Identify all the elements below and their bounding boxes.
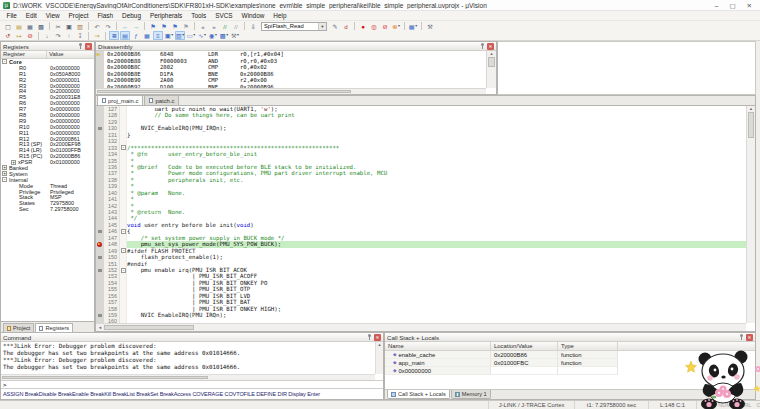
column-header-location-value[interactable]: Location/Value [491, 342, 558, 350]
run-to-cursor-button[interactable]: ↧ [75, 31, 85, 40]
memory-window-button[interactable]: ▥▾ [175, 31, 185, 40]
tree-expand-icon[interactable]: + [2, 171, 7, 176]
menu-view[interactable]: View [41, 11, 64, 20]
callstack-row[interactable]: ◆app_main0x01000FBCfunction [385, 359, 755, 367]
tree-expand-icon[interactable]: - [2, 59, 7, 64]
undo-button[interactable]: ↶ [92, 22, 102, 31]
fold-icon[interactable]: - [121, 268, 126, 273]
save-button[interactable]: ▦ [25, 22, 35, 31]
window-minimize-button[interactable]: – [715, 1, 719, 10]
new-file-button[interactable]: ▢ [3, 22, 13, 31]
pin-icon[interactable] [78, 43, 83, 50]
scrollbar-thumb[interactable] [97, 90, 351, 93]
disable-breakpoint-button[interactable]: ◎ [369, 22, 379, 31]
copy-button[interactable]: ▣ [64, 22, 74, 31]
navigate-forward-button[interactable]: → [131, 22, 141, 31]
editor-vertical-scrollbar[interactable]: ▲ [746, 106, 755, 323]
callstack-row[interactable]: ◆0x00000000 [385, 367, 755, 375]
registers-window-button[interactable]: ▦ [142, 31, 152, 40]
cut-button[interactable]: ✂ [53, 22, 63, 31]
scroll-left-icon[interactable]: ◄ [96, 325, 104, 330]
kill-breakpoint-button[interactable]: ⊘ [380, 22, 390, 31]
tab-registers[interactable]: Registers [35, 323, 73, 332]
fold-icon[interactable]: - [121, 248, 126, 253]
column-header-value[interactable]: Value [47, 51, 94, 58]
column-header-name[interactable]: Name [385, 342, 491, 350]
pin-icon[interactable] [739, 334, 744, 341]
navigate-back-button[interactable]: ← [120, 22, 130, 31]
menu-help[interactable]: Help [269, 11, 291, 20]
step-over-button[interactable]: ↷ [53, 31, 63, 40]
menu-tools[interactable]: Tools [187, 11, 211, 20]
pin-icon[interactable] [480, 43, 485, 50]
serial-window-button[interactable]: ▭▾ [186, 31, 196, 40]
menu-file[interactable]: File [2, 11, 21, 20]
callstack-window-button[interactable]: ≡ [153, 31, 163, 40]
trace-window-button[interactable]: ◉▾ [208, 31, 218, 40]
command-output[interactable]: ***JLink Error: Debugger problem discove… [1, 342, 375, 374]
paste-button[interactable]: ▥ [75, 22, 85, 31]
outdent-button[interactable]: « [198, 22, 208, 31]
pin-icon[interactable] [367, 334, 372, 341]
menu-peripherals[interactable]: Peripherals [145, 11, 186, 20]
reset-cpu-button[interactable]: ↺ [3, 31, 13, 40]
start-stop-debug-button[interactable]: d [341, 22, 351, 31]
scrollbar-thumb[interactable] [2, 376, 208, 379]
scrollbar-thumb[interactable] [488, 57, 495, 67]
disassembly-window-button[interactable]: ▤ [120, 31, 130, 40]
fold-icon[interactable]: - [121, 145, 126, 150]
tools-button[interactable]: ⚒ [425, 22, 435, 31]
close-icon[interactable]: ✕ [85, 43, 92, 50]
close-icon[interactable]: ✕ [746, 334, 753, 341]
target-options-button[interactable]: ✎ [330, 22, 340, 31]
kill-all-breakpoints-button[interactable]: ⊗▾ [391, 22, 401, 31]
open-file-button[interactable]: ▤ [14, 22, 24, 31]
column-header-register[interactable]: Register [1, 51, 47, 58]
toolbox-button[interactable]: ⚒▾ [230, 31, 240, 40]
bookmark-next-button[interactable]: ⚑ [170, 22, 180, 31]
indent-button[interactable]: » [209, 22, 219, 31]
tab-proj-main-c[interactable]: proj_main.c [97, 95, 143, 105]
watch-window-button[interactable]: ▣▾ [164, 31, 174, 40]
command-window-button[interactable]: ≣ [109, 31, 119, 40]
close-icon[interactable]: ✕ [374, 334, 381, 341]
tab-project[interactable]: Project [3, 323, 34, 332]
editor-horizontal-scrollbar[interactable]: ◄ [96, 323, 746, 331]
menu-svcs[interactable]: SVCS [211, 11, 237, 20]
callstack-row[interactable]: ◆enable_cache0x20000B86function [385, 351, 755, 359]
target-select[interactable]: SpiFlash_Read▾ [261, 22, 327, 31]
scrollbar-thumb[interactable] [748, 112, 754, 138]
tree-expand-icon[interactable]: - [2, 177, 7, 182]
bookmark-toggle-button[interactable]: ⚑ [148, 22, 158, 31]
symbols-window-button[interactable]: ƒ [131, 31, 141, 40]
menu-project[interactable]: Project [64, 11, 93, 20]
disassembly-horizontal-scrollbar[interactable] [96, 88, 486, 94]
disassembly-vertical-scrollbar[interactable]: ▲ [486, 51, 496, 88]
run-button[interactable]: ↦ [14, 31, 24, 40]
insert-breakpoint-button[interactable]: ● [358, 22, 368, 31]
stop-button[interactable]: ⊘ [25, 31, 35, 40]
save-all-button[interactable]: ▩ [36, 22, 46, 31]
bookmark-prev-button[interactable]: ⚑ [159, 22, 169, 31]
system-viewer-button[interactable]: ▩▾ [219, 31, 229, 40]
step-into-button[interactable]: ↓ [42, 31, 52, 40]
tree-expand-icon[interactable]: + [11, 160, 16, 165]
menu-edit[interactable]: Edit [21, 11, 41, 20]
tab-patch-c[interactable]: patch.c [144, 95, 179, 105]
comment-selection-button[interactable]: // [220, 22, 230, 31]
window-close-button[interactable]: ✕ [747, 1, 752, 10]
scrollbar-thumb[interactable] [104, 325, 194, 330]
analysis-window-button[interactable]: ∿▾ [197, 31, 207, 40]
menu-flash[interactable]: Flash [93, 11, 118, 20]
menu-window[interactable]: Window [237, 11, 269, 20]
bookmark-clear-all-button[interactable]: ⚑ [181, 22, 191, 31]
tab-call-stack-locals[interactable]: Call Stack + Locals [387, 390, 450, 399]
show-next-statement-button[interactable]: ⇒ [92, 31, 102, 40]
step-out-button[interactable]: ↑ [64, 31, 74, 40]
window-maximize-button[interactable]: ▢ [729, 1, 735, 10]
tree-expand-icon[interactable]: + [2, 165, 7, 170]
redo-button[interactable]: ↷ [103, 22, 113, 31]
uncomment-selection-button[interactable]: // [231, 22, 241, 31]
window-layout-button[interactable]: ▦▾ [408, 22, 418, 31]
command-input[interactable]: > [1, 380, 383, 388]
